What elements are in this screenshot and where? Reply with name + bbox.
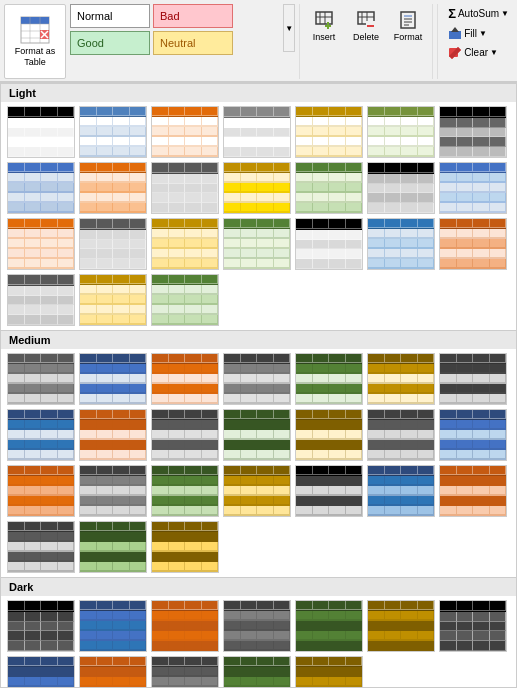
table-style-item[interactable]: [151, 521, 219, 573]
table-style-item[interactable]: [7, 600, 75, 652]
table-style-item[interactable]: [79, 521, 147, 573]
table-style-item[interactable]: [295, 409, 363, 461]
svg-rect-22: [401, 12, 415, 28]
format-button[interactable]: Format: [388, 8, 428, 44]
svg-marker-28: [451, 27, 459, 32]
svg-rect-1: [21, 17, 49, 24]
table-style-item[interactable]: [367, 465, 435, 517]
table-style-item[interactable]: [7, 521, 75, 573]
table-style-item[interactable]: [79, 656, 147, 688]
table-style-item[interactable]: [151, 162, 219, 214]
medium-styles-grid: [1, 349, 516, 577]
table-style-item[interactable]: [79, 162, 147, 214]
neutral-style-button[interactable]: Neutral: [153, 31, 233, 55]
table-style-item[interactable]: [295, 600, 363, 652]
normal-style-button[interactable]: Normal: [70, 4, 150, 28]
table-style-item[interactable]: [7, 656, 75, 688]
autosum-button[interactable]: Σ AutoSum ▼: [444, 4, 513, 23]
svg-rect-10: [316, 12, 332, 24]
table-style-item[interactable]: [7, 409, 75, 461]
table-style-item[interactable]: [295, 353, 363, 405]
table-style-item[interactable]: [79, 600, 147, 652]
table-style-item[interactable]: [223, 409, 291, 461]
table-style-item[interactable]: [439, 162, 507, 214]
table-style-item[interactable]: [367, 218, 435, 270]
table-style-item[interactable]: [79, 106, 147, 158]
cell-styles-dropdown[interactable]: ▼: [283, 4, 295, 52]
table-style-item[interactable]: [151, 656, 219, 688]
table-style-item[interactable]: [295, 465, 363, 517]
table-style-item[interactable]: [223, 465, 291, 517]
editing-group: Σ AutoSum ▼ Fill ▼ Clear ▼: [437, 4, 513, 79]
toolbar: Format as Table Normal Bad Good Neutral …: [0, 0, 517, 82]
table-style-item[interactable]: [79, 409, 147, 461]
table-style-item[interactable]: [439, 600, 507, 652]
table-style-item[interactable]: [7, 106, 75, 158]
table-style-item[interactable]: [295, 656, 363, 688]
format-as-table-button[interactable]: Format as Table: [4, 4, 66, 79]
format-table-label: Format as Table: [9, 46, 61, 68]
table-style-item[interactable]: [439, 409, 507, 461]
good-style-button[interactable]: Good: [70, 31, 150, 55]
table-style-item[interactable]: [295, 162, 363, 214]
light-styles-grid: [1, 102, 516, 330]
bad-style-button[interactable]: Bad: [153, 4, 233, 28]
svg-rect-27: [449, 31, 461, 39]
table-style-item[interactable]: [439, 465, 507, 517]
table-style-item[interactable]: [439, 218, 507, 270]
table-style-item[interactable]: [223, 600, 291, 652]
light-section-header: Light: [1, 83, 516, 102]
table-style-item[interactable]: [367, 106, 435, 158]
fill-button[interactable]: Fill ▼: [444, 24, 513, 42]
table-style-item[interactable]: [7, 274, 75, 326]
table-style-item[interactable]: [223, 162, 291, 214]
table-style-item[interactable]: [151, 600, 219, 652]
table-style-item[interactable]: [151, 353, 219, 405]
table-style-item[interactable]: [151, 106, 219, 158]
table-style-dropdown-panel: Light Medium Dark New Table Style...: [0, 82, 517, 688]
clear-button[interactable]: Clear ▼: [444, 43, 513, 61]
cell-styles-group: Normal Bad Good Neutral: [70, 4, 279, 79]
table-style-item[interactable]: [439, 353, 507, 405]
table-style-item[interactable]: [7, 353, 75, 405]
table-style-item[interactable]: [79, 274, 147, 326]
table-style-item[interactable]: [79, 218, 147, 270]
table-style-item[interactable]: [367, 600, 435, 652]
table-style-item[interactable]: [295, 106, 363, 158]
table-style-item[interactable]: [7, 465, 75, 517]
table-style-item[interactable]: [151, 465, 219, 517]
table-style-item[interactable]: [151, 218, 219, 270]
table-style-item[interactable]: [151, 274, 219, 326]
medium-section-header: Medium: [1, 330, 516, 349]
table-style-item[interactable]: [367, 409, 435, 461]
table-style-item[interactable]: [79, 465, 147, 517]
delete-button[interactable]: Delete: [346, 8, 386, 44]
table-style-item[interactable]: [223, 656, 291, 688]
table-style-item[interactable]: [79, 353, 147, 405]
insert-button[interactable]: Insert: [304, 8, 344, 44]
table-style-item[interactable]: [151, 409, 219, 461]
table-style-item[interactable]: [7, 218, 75, 270]
dark-section-header: Dark: [1, 577, 516, 596]
table-style-item[interactable]: [223, 106, 291, 158]
table-style-item[interactable]: [439, 106, 507, 158]
table-style-item[interactable]: [367, 353, 435, 405]
dark-styles-grid: [1, 596, 516, 688]
table-style-item[interactable]: [367, 162, 435, 214]
table-style-item[interactable]: [295, 218, 363, 270]
table-style-item[interactable]: [7, 162, 75, 214]
table-style-item[interactable]: [223, 353, 291, 405]
table-style-item[interactable]: [223, 218, 291, 270]
